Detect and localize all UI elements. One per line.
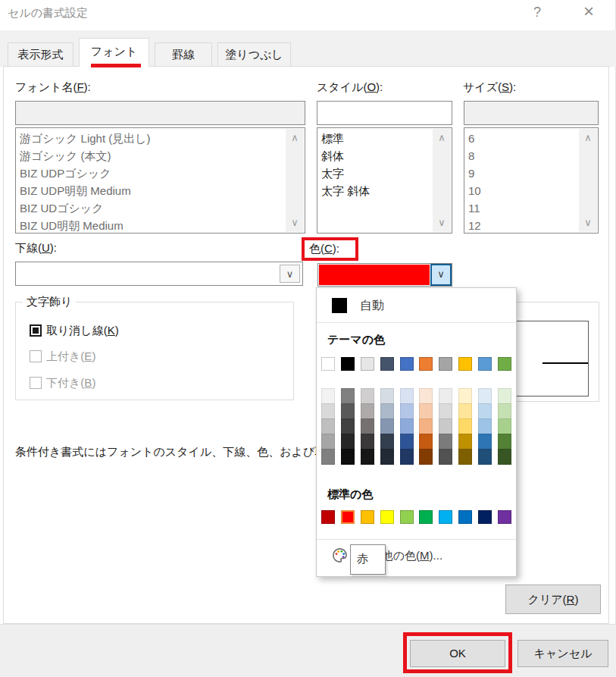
tint-swatch[interactable] — [341, 418, 355, 434]
tint-swatch[interactable] — [400, 403, 414, 419]
size-option[interactable]: 12 — [464, 217, 578, 234]
clear-button[interactable]: クリア(R) — [505, 585, 601, 614]
standard-color-swatch[interactable] — [458, 510, 472, 524]
tint-swatch[interactable] — [400, 449, 414, 465]
style-option[interactable]: 太字 斜体 — [317, 182, 432, 199]
tab-border[interactable]: 罫線 — [155, 42, 212, 66]
theme-color-swatch[interactable] — [321, 357, 335, 371]
tint-swatch[interactable] — [321, 403, 335, 419]
chevron-down-icon[interactable]: ∨ — [280, 265, 300, 283]
tint-swatch[interactable] — [498, 434, 511, 450]
style-list-scrollbar[interactable]: ∧ ∨ — [433, 129, 451, 232]
superscript-label[interactable]: 上付き(E) — [46, 349, 95, 364]
tint-swatch[interactable] — [419, 434, 433, 450]
tint-swatch[interactable] — [439, 449, 452, 465]
theme-color-swatch[interactable] — [380, 357, 394, 371]
theme-color-swatch[interactable] — [439, 357, 452, 371]
size-option[interactable]: 10 — [464, 182, 578, 199]
font-color-combobox[interactable]: ∨ — [317, 263, 452, 287]
standard-color-swatch[interactable] — [419, 510, 433, 524]
size-option[interactable]: 8 — [464, 147, 578, 165]
tint-swatch[interactable] — [400, 434, 414, 450]
tint-swatch[interactable] — [478, 418, 492, 434]
size-input[interactable] — [464, 101, 599, 125]
tint-swatch[interactable] — [341, 434, 355, 450]
standard-color-swatch[interactable] — [380, 510, 394, 524]
style-option[interactable]: 斜体 — [317, 147, 432, 165]
tint-swatch[interactable] — [380, 388, 394, 404]
theme-color-swatch[interactable] — [400, 357, 414, 371]
style-option[interactable]: 太字 — [317, 165, 432, 182]
automatic-color-label[interactable]: 自動 — [360, 298, 384, 314]
tint-swatch[interactable] — [458, 418, 472, 434]
strikethrough-label[interactable]: 取り消し線(K) — [46, 324, 119, 338]
tint-swatch[interactable] — [341, 403, 355, 419]
font-name-option[interactable]: BIZ UDゴシック — [16, 199, 285, 217]
tab-font[interactable]: フォント — [79, 38, 149, 67]
tint-swatch[interactable] — [478, 434, 492, 450]
theme-color-swatch[interactable] — [341, 357, 355, 371]
tint-swatch[interactable] — [439, 388, 452, 404]
strikethrough-checkbox[interactable] — [30, 324, 42, 337]
tint-swatch[interactable] — [458, 434, 472, 450]
tint-swatch[interactable] — [361, 449, 374, 465]
scroll-up-icon[interactable]: ∧ — [433, 131, 451, 145]
font-name-option[interactable]: BIZ UD明朝 Medium — [16, 217, 285, 234]
tint-swatch[interactable] — [419, 449, 433, 465]
scroll-up-icon[interactable]: ∧ — [579, 131, 597, 145]
font-name-input[interactable] — [15, 101, 305, 125]
tint-swatch[interactable] — [419, 403, 433, 419]
tint-swatch[interactable] — [458, 388, 472, 404]
superscript-checkbox[interactable] — [30, 350, 42, 362]
tint-swatch[interactable] — [419, 388, 433, 404]
tint-swatch[interactable] — [478, 449, 492, 465]
tint-swatch[interactable] — [361, 418, 374, 434]
theme-color-swatch[interactable] — [498, 357, 511, 371]
size-list-scrollbar[interactable]: ∧ ∨ — [579, 129, 597, 232]
tint-swatch[interactable] — [321, 449, 335, 465]
theme-color-swatch[interactable] — [478, 357, 492, 371]
theme-color-swatch[interactable] — [419, 357, 433, 371]
automatic-color-swatch[interactable] — [332, 298, 347, 313]
cancel-button[interactable]: キャンセル — [518, 640, 608, 667]
subscript-label[interactable]: 下付き(B) — [46, 376, 95, 390]
tint-swatch[interactable] — [458, 449, 472, 465]
ok-button[interactable]: OK — [410, 640, 505, 667]
tint-swatch[interactable] — [498, 449, 511, 465]
standard-color-swatch[interactable] — [341, 510, 355, 524]
font-name-option[interactable]: 游ゴシック Light (見出し) — [16, 130, 285, 147]
font-name-option[interactable]: BIZ UDP明朝 Medium — [16, 182, 285, 199]
tint-swatch[interactable] — [498, 418, 511, 434]
subscript-checkbox[interactable] — [30, 377, 42, 389]
tint-swatch[interactable] — [498, 388, 511, 404]
tint-swatch[interactable] — [478, 388, 492, 404]
font-name-option[interactable]: 游ゴシック (本文) — [16, 147, 285, 165]
size-option[interactable]: 11 — [464, 199, 578, 217]
scroll-down-icon[interactable]: ∨ — [579, 216, 597, 230]
theme-color-swatch[interactable] — [458, 357, 472, 371]
standard-color-swatch[interactable] — [478, 510, 492, 524]
style-option[interactable]: 標準 — [317, 130, 432, 147]
font-list-scrollbar[interactable]: ∧ ∨ — [286, 129, 304, 232]
tint-swatch[interactable] — [439, 403, 452, 419]
tint-swatch[interactable] — [419, 418, 433, 434]
close-icon[interactable]: × — [576, 0, 602, 24]
tint-swatch[interactable] — [400, 388, 414, 404]
size-option[interactable]: 6 — [464, 130, 578, 147]
style-input[interactable] — [317, 101, 452, 125]
tab-number-format[interactable]: 表示形式 — [8, 42, 73, 66]
tint-swatch[interactable] — [380, 403, 394, 419]
tint-swatch[interactable] — [321, 388, 335, 404]
size-option[interactable]: 9 — [464, 165, 578, 182]
standard-color-swatch[interactable] — [321, 510, 335, 524]
tint-swatch[interactable] — [498, 403, 511, 419]
tint-swatch[interactable] — [321, 434, 335, 450]
tint-swatch[interactable] — [439, 434, 452, 450]
scroll-up-icon[interactable]: ∧ — [286, 131, 304, 145]
tint-swatch[interactable] — [380, 449, 394, 465]
standard-color-swatch[interactable] — [498, 510, 511, 524]
scroll-down-icon[interactable]: ∨ — [433, 216, 451, 230]
help-icon[interactable]: ? — [524, 0, 550, 24]
underline-combobox[interactable]: ∨ — [15, 262, 303, 286]
theme-color-swatch[interactable] — [361, 357, 374, 371]
